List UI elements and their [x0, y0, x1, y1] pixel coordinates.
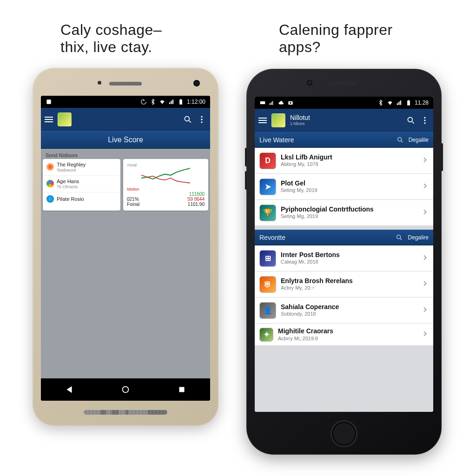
android-screen: 1:12:00 Live Score Sond Nidioors The Reg…: [41, 96, 210, 401]
iphone-frame: 11.28 Nillotut 1:Nbors Live Watere Degal…: [246, 69, 442, 455]
chart-row-r: 1101.90: [188, 202, 205, 207]
search-icon[interactable]: [183, 115, 192, 124]
list-item[interactable]: DLksl Lifb AnigurtAbbrrg My, 1078: [255, 148, 433, 174]
iphone-screen: 11.28 Nillotut 1:Nbors Live Watere Degal…: [255, 97, 433, 412]
chevron-right-icon: [421, 182, 429, 192]
svg-rect-16: [408, 100, 409, 100]
list-item-sub: Testbword: [57, 168, 117, 172]
volume-up-button: [245, 148, 247, 166]
svg-point-19: [424, 119, 425, 121]
search-icon[interactable]: [406, 116, 416, 125]
svg-point-20: [424, 122, 425, 124]
svg-point-14: [290, 102, 291, 104]
home-button[interactable]: [120, 384, 131, 395]
chart-mid-label: Motisn: [127, 187, 205, 192]
home-button[interactable]: [331, 420, 357, 447]
list-item[interactable]: Pilate Rosio: [43, 192, 120, 205]
section-header: Live Watere Degalile: [255, 132, 433, 148]
list-item-sub: Caleag Mr, 2018: [281, 259, 416, 265]
overflow-menu-icon[interactable]: [420, 116, 430, 125]
chart-axis-label: Areal: [127, 163, 205, 167]
svg-rect-1: [179, 99, 182, 105]
list-item-sub: Acbry My, 20:↑: [281, 285, 416, 291]
list-item[interactable]: The ReghleyTestbword: [43, 159, 120, 176]
menu-button[interactable]: [258, 118, 267, 123]
list-item-sub: Soblondy, 2018: [281, 311, 416, 317]
list-item[interactable]: ⊞Irnter Post BertonsCaleag Mr, 2018: [255, 245, 433, 271]
list-item-sub: Seting My, 2019: [281, 187, 416, 194]
svg-point-3: [185, 116, 189, 121]
svg-point-17: [408, 117, 412, 122]
list-item-title: Pilate Rosio: [57, 196, 117, 202]
svg-rect-12: [272, 101, 273, 105]
chevron-right-icon: [421, 330, 429, 339]
earpiece: [109, 82, 142, 86]
status-time: 1:12:00: [187, 99, 205, 105]
list-item[interactable]: ✦Mighitile CraorarsAcbrry Mi,:2019:8: [255, 324, 433, 346]
back-button[interactable]: [64, 384, 74, 395]
list-item[interactable]: ➤Plot GelSeting My, 2019: [255, 174, 433, 200]
menu-button[interactable]: [45, 117, 53, 122]
list-item-title: Plot Gel: [281, 179, 416, 188]
speaker-grille: [84, 410, 167, 415]
android-phone-frame: 1:12:00 Live Score Sond Nidioors The Reg…: [33, 68, 218, 426]
camera-status-icon: [287, 99, 294, 106]
android-actionbar: [41, 108, 210, 131]
chevron-right-icon: [421, 280, 429, 289]
chevron-right-icon: [421, 208, 429, 218]
power-button: [441, 143, 443, 171]
signal-icon: [396, 99, 403, 106]
svg-rect-2: [180, 99, 181, 99]
recents-button[interactable]: [177, 384, 187, 395]
list-item-title: Pyiphonclogial Contrtfuctions: [281, 205, 416, 214]
list-item[interactable]: 🏆Pyiphonclogial ContrtfuctionsSeting Mg,…: [255, 200, 433, 226]
cloud-icon: [278, 99, 284, 106]
search-icon[interactable]: [397, 136, 404, 144]
ios-content-area[interactable]: Live Watere Degalile DLksl Lifb AnigurtA…: [255, 132, 433, 412]
section-action-label[interactable]: Degalire: [408, 234, 429, 241]
app-title: Nillotut: [290, 114, 310, 121]
list-item[interactable]: Age HansTk Ofrnerts: [43, 176, 120, 192]
status-time: 11.28: [415, 99, 429, 106]
app-logo-icon: [58, 112, 72, 126]
app-logo-icon: [271, 113, 285, 127]
list-subheader: Sond Nidioors: [43, 151, 208, 159]
list-item[interactable]: ⛨Enlytra Brosh RerelansAcbry My, 20:↑: [255, 271, 433, 298]
android-content-area[interactable]: Sond Nidioors The ReghleyTestbword Age H…: [41, 149, 210, 378]
list-item-title: Mighitile Craorars: [278, 327, 416, 336]
bluetooth-icon: [150, 99, 156, 105]
ios-actionbar: Nillotut 1:Nbors: [255, 109, 433, 132]
overflow-menu-icon[interactable]: [197, 115, 206, 124]
signal-bars-icon: [269, 99, 275, 106]
bluetooth-icon: [377, 99, 384, 106]
list-item-title: Sahiala Coperance: [281, 303, 416, 311]
svg-rect-8: [179, 387, 185, 392]
teams-card[interactable]: The ReghleyTestbword Age HansTk Ofrnerts…: [43, 159, 120, 211]
team-icon: [46, 195, 54, 203]
list-item-title: Irnter Post Bertons: [281, 251, 416, 259]
notification-icon: [46, 99, 52, 105]
chart-card[interactable]: Areal Motisn 111500 021%S9 8644 Foinal11…: [123, 159, 208, 211]
section-action-label[interactable]: Degalile: [409, 137, 429, 143]
wifi-icon: [387, 99, 393, 106]
app-icon: ⛨: [259, 276, 276, 293]
list-item-sub: Seting Mg, 2019: [281, 213, 416, 220]
front-camera: [193, 80, 200, 86]
team-icon: [46, 180, 54, 187]
svg-point-7: [123, 387, 129, 393]
earpiece: [330, 82, 358, 85]
caption-right: Calening fapprer apps?: [279, 21, 428, 56]
svg-point-21: [397, 138, 401, 141]
chart-row-r: S9 8644: [187, 197, 205, 202]
svg-point-4: [201, 116, 202, 118]
list-item-sub: Tk Ofrnerts: [57, 185, 117, 189]
list-item[interactable]: 👤Sahiala CoperanceSoblondy, 2018: [255, 298, 433, 324]
svg-point-5: [201, 119, 202, 120]
svg-point-6: [201, 121, 202, 123]
chart-row-l: 021%: [127, 197, 139, 202]
app-icon: 🏆: [259, 205, 276, 221]
search-icon[interactable]: [396, 234, 403, 241]
app-icon: D: [259, 152, 276, 169]
app-icon: 👤: [259, 302, 276, 319]
android-navbar: [41, 378, 210, 401]
